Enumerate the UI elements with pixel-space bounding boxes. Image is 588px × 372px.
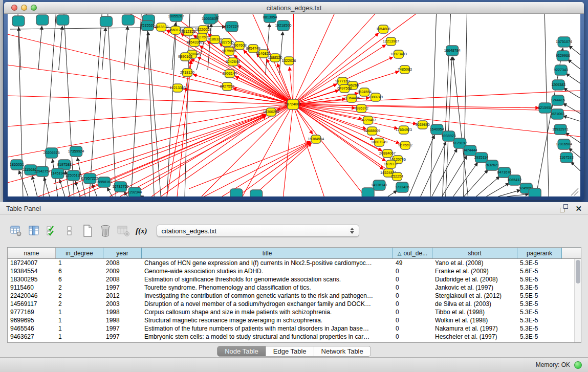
table-row[interactable]: 2242004622012Investigating the contribut… [8, 292, 574, 300]
cell-pagerank[interactable]: 5.3E-5 [517, 259, 562, 267]
network-canvas[interactable]: 1872400774638229660123891235518226058932… [8, 14, 580, 196]
network-node[interactable]: 1154808 [376, 25, 390, 33]
cell-out_de[interactable]: 0 [393, 333, 432, 340]
column-header-out_de[interactable]: △out_de... [393, 248, 432, 258]
table-row[interactable]: 1456911722003Disruption of a novel membe… [8, 300, 574, 308]
cell-title[interactable]: Structural magnetic resonance image aver… [142, 317, 393, 324]
select-all-columns-icon[interactable] [45, 224, 58, 237]
network-node[interactable]: 12505135 [66, 170, 82, 181]
table-row[interactable]: 977716911998Corpus callosum shape and si… [8, 308, 574, 316]
network-node[interactable]: 9227343 [554, 65, 568, 75]
network-node[interactable]: 1244415 [551, 95, 565, 105]
network-node[interactable] [362, 188, 374, 196]
cell-year[interactable]: 1998 [103, 317, 142, 324]
network-node[interactable]: 1209383 [551, 80, 565, 90]
cell-short[interactable]: Dudbridge et al. (2008) [432, 276, 517, 283]
close-window-button[interactable] [11, 5, 17, 11]
tab-edge-table[interactable]: Edge Table [266, 346, 314, 356]
cell-in_degree[interactable]: 2 [56, 300, 103, 308]
delete-columns-icon[interactable] [99, 224, 112, 237]
network-node[interactable]: 1865051 [10, 160, 24, 170]
network-node[interactable]: 19218506 [275, 20, 292, 31]
cell-pagerank[interactable]: 5.6E-5 [517, 268, 562, 275]
network-node[interactable]: 12213363 [169, 84, 186, 92]
clear-column-selection-icon[interactable] [63, 224, 76, 237]
cell-name[interactable]: 9115460 [8, 284, 56, 291]
canvas-resize-grip[interactable] [571, 188, 578, 195]
cell-in_degree[interactable]: 1 [56, 259, 103, 267]
cell-pagerank[interactable]: 5.3E-5 [517, 325, 562, 332]
cell-pagerank[interactable]: 5.9E-5 [517, 276, 562, 283]
cell-out_de[interactable]: 0 [393, 268, 432, 275]
cell-in_degree[interactable]: 2 [56, 284, 103, 291]
cell-title[interactable]: Investigating the contribution of common… [142, 292, 393, 299]
table-row[interactable]: 911546021997Tourette syndrome. Phenomeno… [8, 283, 574, 292]
table-settings-icon[interactable] [9, 224, 23, 237]
network-node[interactable]: 15932971 [552, 124, 569, 135]
network-node[interactable]: 20206576 [43, 148, 60, 158]
network-node[interactable] [122, 15, 134, 25]
network-node[interactable]: 12942757 [34, 166, 51, 177]
cell-title[interactable]: Estimation of the future numbers of pati… [142, 325, 393, 332]
cell-year[interactable]: 1997 [103, 325, 142, 332]
table-row[interactable]: 969969511998Structural magnetic resonanc… [8, 316, 574, 324]
cell-short[interactable]: Nakamura et al. (1997) [432, 325, 517, 332]
cell-out_de[interactable]: 0 [393, 284, 432, 291]
table-row[interactable]: 1872400712008Changes of HCN gene express… [8, 259, 574, 267]
network-node[interactable] [230, 189, 243, 196]
column-header-short[interactable]: short [432, 248, 517, 258]
network-graph[interactable]: 1872400774638229660123891235518226058932… [8, 14, 580, 196]
network-node[interactable]: 7357224 [225, 21, 239, 32]
network-node[interactable]: 1640954 [430, 124, 444, 135]
cell-short[interactable]: Hescheler et al. (1997) [432, 333, 517, 340]
cell-title[interactable]: Estimation of significance thresholds fo… [142, 276, 393, 283]
cell-in_degree[interactable]: 6 [56, 276, 103, 283]
cell-title[interactable]: Disruption of a novel member of a sodium… [142, 300, 393, 308]
network-node[interactable]: 15751074 [556, 37, 572, 47]
network-node[interactable]: 16782759 [112, 182, 128, 192]
cell-out_de[interactable]: 0 [393, 276, 432, 283]
network-node[interactable] [36, 15, 49, 25]
network-node[interactable]: 7632621 [485, 160, 499, 170]
cell-short[interactable]: de Silva et al. (2003) [432, 300, 517, 308]
cell-short[interactable]: Jankovic et al. (1997) [432, 284, 517, 291]
network-node[interactable]: 17016504 [556, 139, 572, 149]
window-titlebar[interactable]: citations_edges.txt [4, 2, 584, 14]
network-node[interactable]: 16053809 [202, 14, 218, 24]
cell-name[interactable]: 18724007 [8, 259, 56, 267]
network-node[interactable]: 8813054 [263, 14, 277, 23]
table-row[interactable]: 946554611997Estimation of the future num… [8, 324, 574, 333]
network-node[interactable]: 18724007 [285, 99, 301, 110]
network-node[interactable]: 2718120 [180, 69, 194, 77]
cell-name[interactable]: 9777169 [8, 309, 56, 316]
cell-out_de[interactable]: 0 [393, 300, 432, 308]
network-node[interactable]: 16648784 [444, 46, 461, 56]
network-node[interactable]: 9875685 [222, 47, 236, 55]
column-header-pagerank[interactable]: pagerank [517, 248, 562, 258]
cell-in_degree[interactable]: 1 [56, 333, 103, 340]
network-node[interactable] [12, 16, 25, 26]
network-node[interactable]: 12213967 [383, 37, 399, 46]
network-node[interactable]: 1733426 [395, 182, 409, 192]
cell-short[interactable]: Wolkin et al. (1998) [432, 317, 517, 324]
network-node[interactable]: 10055287 [168, 14, 184, 21]
network-node[interactable]: 10688609 [364, 127, 380, 135]
network-node[interactable]: 2903144 [223, 70, 237, 78]
network-node[interactable] [250, 190, 263, 196]
cell-title[interactable]: Embryonic stem cells: a model to study s… [142, 333, 393, 340]
table-scrollbar-thumb[interactable] [576, 260, 580, 283]
network-node[interactable]: 1065412 [507, 175, 521, 185]
cell-title[interactable]: Corpus callosum shape and size in male p… [142, 309, 393, 316]
network-node[interactable]: 252254 [391, 172, 403, 181]
cell-pagerank[interactable]: 5.5E-5 [517, 292, 562, 299]
maximize-window-button[interactable] [31, 5, 37, 11]
cell-year[interactable]: 2009 [103, 268, 142, 275]
column-header-year[interactable]: year [103, 248, 142, 258]
cell-in_degree[interactable]: 1 [56, 325, 103, 332]
cell-name[interactable]: 18300295 [8, 276, 56, 283]
column-header-in_degree[interactable]: in_degree [56, 248, 103, 258]
network-window[interactable]: citations_edges.txt 18724007746382296601… [4, 2, 584, 200]
network-node[interactable]: 15958167 [96, 177, 113, 187]
cell-in_degree[interactable]: 6 [56, 268, 103, 275]
cell-in_degree[interactable]: 2 [56, 292, 103, 299]
